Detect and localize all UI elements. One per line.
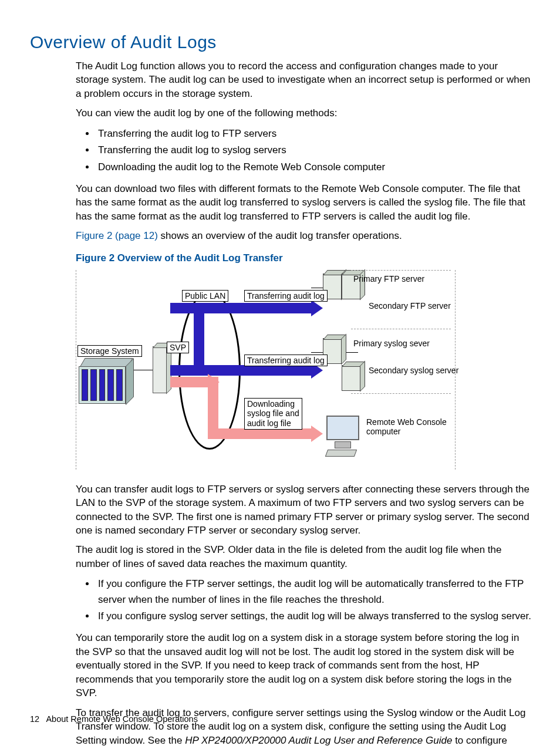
paragraph: You can view the audit log by one of the… (76, 106, 531, 120)
computer-icon (326, 416, 359, 457)
server-icon (342, 362, 364, 390)
label-primary-syslog: Primary syslog sever (351, 338, 432, 349)
label-rwc: Remote Web Console computer (364, 417, 449, 438)
page-footer: 12 About Remote Web Console Operations (30, 714, 198, 724)
list-item: Transferring the audit log to syslog ser… (96, 143, 531, 158)
flow-bar (170, 377, 208, 387)
divider (351, 270, 451, 271)
label-secondary-syslog: Secondary syslog server (366, 365, 461, 376)
label-transfer-2: Transferring audit log (244, 355, 328, 367)
label-transfer-1: Transferring audit log (244, 290, 328, 302)
document-title-reference: HP XP24000/XP20000 Audit Log User and Re… (185, 735, 452, 746)
divider (351, 393, 451, 394)
divider (351, 329, 451, 330)
label-download: Downloading syslog file and audit log fi… (244, 398, 302, 430)
bullet-list: If you configure the FTP server settings… (76, 576, 531, 624)
paragraph: You can temporarily store the audit log … (76, 631, 531, 700)
body: The Audit Log function allows you to rec… (76, 59, 531, 746)
paragraph: Figure 2 (page 12) shows an overview of … (76, 229, 531, 242)
list-item: Downloading the audit log to the Remote … (96, 160, 531, 175)
flow-arrow (208, 428, 311, 439)
storage-system-icon (79, 358, 133, 404)
figure-reference-link[interactable]: Figure 2 (page 12) (76, 230, 158, 241)
label-primary-ftp: Primary FTP server (351, 274, 427, 285)
label-storage-system: Storage System (77, 345, 142, 357)
list-item: If you configure the FTP server settings… (96, 576, 531, 607)
bullet-list: Transferring the audit log to FTP server… (76, 126, 531, 175)
list-item: If you configure syslog server settings,… (96, 609, 531, 624)
paragraph: The Audit Log function allows you to rec… (76, 59, 531, 100)
paragraph: The audit log is stored in the SVP. Olde… (76, 543, 531, 571)
flow-arrow (170, 303, 311, 313)
label-public-lan: Public LAN (182, 290, 228, 302)
section-heading: Overview of Audit Logs (30, 32, 531, 52)
label-secondary-ftp: Secondary FTP server (366, 301, 453, 312)
figure-diagram: Public LAN SVP Storage System Transferri… (76, 270, 456, 470)
label-svp: SVP (167, 342, 189, 354)
paragraph: You can download two files with differen… (76, 182, 531, 223)
page-content: Overview of Audit Logs The Audit Log fun… (30, 32, 531, 746)
paragraph: To transfer the audit log to servers, co… (76, 706, 531, 746)
figure-caption: Figure 2 Overview of the Audit Log Trans… (76, 252, 531, 264)
footer-chapter-title: About Remote Web Console Operations (46, 714, 197, 724)
svp-icon (153, 346, 167, 393)
list-item: Transferring the audit log to FTP server… (96, 126, 531, 141)
text: shows an overview of the audit log trans… (158, 230, 402, 241)
paragraph: You can transfer audit logs to FTP serve… (76, 482, 531, 538)
page-number: 12 (30, 714, 39, 724)
